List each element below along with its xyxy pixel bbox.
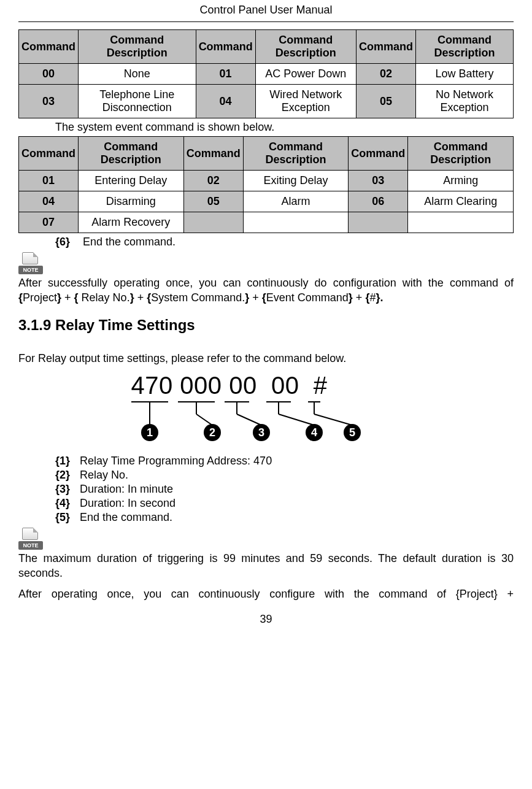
item-label: {1} bbox=[55, 455, 80, 468]
note-icon: NOTE bbox=[18, 528, 43, 550]
item-text: End the command. bbox=[83, 236, 175, 248]
diagram-text: 470 000 00 00 # bbox=[131, 372, 401, 399]
item-6: {6} End the command. bbox=[55, 236, 514, 248]
command-cell: 01 bbox=[19, 171, 79, 191]
th: Command Description bbox=[79, 137, 184, 171]
item-label: {3} bbox=[55, 483, 80, 496]
item-text: Relay Time Programming Address: 470 bbox=[80, 455, 272, 467]
command-diagram: 470 000 00 00 # 12345 bbox=[131, 372, 401, 444]
command-table-1: Command Command Description Command Comm… bbox=[18, 29, 514, 118]
item-line: {1}Relay Time Programming Address: 470 bbox=[55, 455, 514, 468]
page-header: Control Panel User Manual bbox=[18, 0, 514, 22]
note-paper-icon bbox=[22, 252, 38, 264]
command-cell: 04 bbox=[196, 85, 255, 118]
diagram-connectors: 12345 bbox=[131, 401, 401, 444]
command-cell: 02 bbox=[357, 64, 416, 85]
th: Command bbox=[196, 30, 255, 64]
desc-cell: No Network Exception bbox=[416, 85, 514, 118]
desc-cell: Alarm Recovery bbox=[79, 212, 184, 233]
command-cell: 07 bbox=[19, 212, 79, 233]
svg-text:4: 4 bbox=[310, 426, 317, 439]
desc-cell: Low Battery bbox=[416, 64, 514, 85]
note-paper-icon bbox=[22, 528, 38, 540]
item-line: {3}Duration: In minute bbox=[55, 483, 514, 496]
item-text: Duration: In minute bbox=[80, 483, 173, 495]
command-cell: 05 bbox=[183, 191, 243, 212]
item-label: {6} bbox=[55, 236, 80, 248]
note-label: NOTE bbox=[18, 266, 43, 274]
desc-cell: AC Power Down bbox=[255, 64, 356, 85]
command-cell bbox=[349, 212, 408, 233]
svg-line-7 bbox=[196, 414, 212, 425]
page-number: 39 bbox=[18, 613, 514, 626]
svg-text:5: 5 bbox=[349, 426, 355, 439]
svg-line-22 bbox=[314, 414, 352, 425]
item-label: {5} bbox=[55, 511, 80, 524]
desc-cell: Telephone Line Disconnection bbox=[79, 85, 196, 118]
note-2a: The maximum duration of triggering is 99… bbox=[18, 551, 514, 581]
svg-text:3: 3 bbox=[258, 426, 264, 439]
th: Command Description bbox=[255, 30, 356, 64]
section-heading: 3.1.9 Relay Time Settings bbox=[18, 317, 514, 334]
desc-cell bbox=[243, 212, 349, 233]
desc-cell: Entering Delay bbox=[79, 171, 184, 191]
desc-cell: Arming bbox=[408, 171, 514, 191]
desc-cell: Alarm bbox=[243, 191, 349, 212]
svg-text:2: 2 bbox=[209, 426, 215, 439]
item-line: {2}Relay No. bbox=[55, 469, 514, 482]
command-table-2: Command Command Description Command Comm… bbox=[18, 136, 514, 233]
item-text: Duration: In second bbox=[80, 497, 175, 509]
command-cell: 06 bbox=[349, 191, 408, 212]
item-text: Relay No. bbox=[80, 469, 128, 481]
item-line: {5}End the command. bbox=[55, 511, 514, 524]
note-label: NOTE bbox=[18, 541, 43, 550]
th: Command Description bbox=[79, 30, 196, 64]
item-label: {4} bbox=[55, 497, 80, 510]
th: Command Description bbox=[243, 137, 349, 171]
command-cell: 01 bbox=[196, 64, 255, 85]
th: Command bbox=[19, 30, 79, 64]
command-cell: 04 bbox=[19, 191, 79, 212]
th: Command bbox=[349, 137, 408, 171]
command-cell: 05 bbox=[357, 85, 416, 118]
intro: For Relay output time settings, please r… bbox=[18, 351, 514, 366]
item-text: End the command. bbox=[80, 511, 172, 523]
th: Command bbox=[19, 137, 79, 171]
th: Command bbox=[183, 137, 243, 171]
th: Command Description bbox=[408, 137, 514, 171]
note-2b: After operating once, you can continuous… bbox=[18, 587, 514, 601]
command-cell: 03 bbox=[349, 171, 408, 191]
command-cell bbox=[183, 212, 243, 233]
command-cell: 00 bbox=[19, 64, 79, 85]
desc-cell bbox=[408, 212, 514, 233]
desc-cell: None bbox=[79, 64, 196, 85]
note-icon: NOTE bbox=[18, 252, 43, 274]
item-label: {2} bbox=[55, 469, 80, 482]
svg-line-17 bbox=[279, 414, 314, 425]
th: Command Description bbox=[416, 30, 514, 64]
desc-cell: Alarm Clearing bbox=[408, 191, 514, 212]
svg-text:1: 1 bbox=[146, 426, 152, 439]
desc-cell: Exiting Delay bbox=[243, 171, 349, 191]
command-cell: 03 bbox=[19, 85, 79, 118]
note-1: After successfully operating once, you c… bbox=[18, 275, 514, 306]
caption: The system event command is shown below. bbox=[55, 121, 514, 134]
svg-line-12 bbox=[237, 414, 261, 425]
th: Command bbox=[357, 30, 416, 64]
desc-cell: Wired Network Exception bbox=[255, 85, 356, 118]
command-cell: 02 bbox=[183, 171, 243, 191]
item-line: {4}Duration: In second bbox=[55, 497, 514, 510]
desc-cell: Disarming bbox=[79, 191, 184, 212]
